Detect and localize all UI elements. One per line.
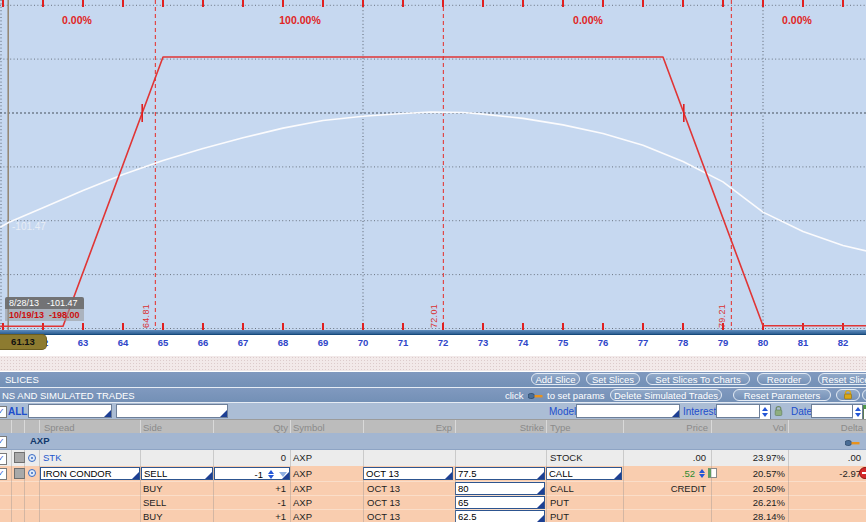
delete-simulated-trades-button[interactable]: Delete Simulated Trades bbox=[610, 389, 722, 401]
group-label: AXP bbox=[30, 435, 50, 446]
expander-icon[interactable] bbox=[28, 454, 36, 462]
x-tick-label: 63 bbox=[69, 337, 97, 348]
payoff-chart[interactable]: 0.00%100.00%0.00%0.00% 64.8172.0179.21 -… bbox=[0, 0, 866, 330]
col-exp[interactable]: Exp bbox=[400, 422, 452, 433]
col-spread[interactable]: Spread bbox=[44, 422, 75, 433]
probability-label: 100.00% bbox=[255, 14, 345, 26]
col-price[interactable]: Price bbox=[640, 422, 708, 433]
model-dropdown[interactable]: Bjerksund-Stensland bbox=[576, 404, 680, 418]
leg-strike-cell[interactable]: 62.5 bbox=[455, 510, 545, 522]
leg-vol: 26.21% bbox=[720, 497, 785, 508]
x-tick-label: 82 bbox=[829, 337, 857, 348]
date-input[interactable]: 8/28/13 bbox=[811, 404, 853, 418]
reset-parameters-button[interactable]: Reset Parameters bbox=[733, 389, 831, 401]
show-all-dropdown[interactable]: Show All bbox=[28, 404, 112, 418]
spread-cell[interactable]: IRON CONDOR bbox=[40, 467, 140, 480]
price-spinner[interactable] bbox=[697, 467, 706, 479]
slices-bar-title: SLICES bbox=[5, 374, 39, 385]
header-separator bbox=[24, 420, 25, 433]
group-set-params-icon[interactable] bbox=[845, 438, 861, 449]
table-row-leg[interactable]: BUY +1 AXP OCT 13 62.5 PUT 28.14% bbox=[0, 509, 866, 522]
expander-icon[interactable] bbox=[28, 469, 36, 477]
x-tick-label: 72 bbox=[429, 337, 457, 348]
pnl-axis-value: -101.47 bbox=[12, 221, 46, 232]
crosshair-tooltip: 8/28/13 -101.47 10/19/13 -198.00 bbox=[5, 297, 84, 321]
reset-slices-button[interactable]: Reset Slices bbox=[818, 373, 866, 385]
trades-bar-title: NS AND SIMULATED TRADES bbox=[2, 390, 135, 401]
interest-input[interactable]: 0.25% bbox=[716, 404, 760, 418]
slice-price-label: 64.81 bbox=[141, 284, 151, 328]
header-separator bbox=[290, 420, 291, 433]
symbol-mode-dropdown[interactable]: Single Symbol bbox=[116, 404, 228, 418]
set-slices-to-charts-button[interactable]: Set Slices To Charts bbox=[646, 373, 750, 385]
leg-type: PUT bbox=[550, 511, 569, 522]
strike-cell[interactable]: 77.5 bbox=[455, 467, 545, 480]
col-delta[interactable]: Delta bbox=[795, 422, 863, 433]
leg-strike-cell[interactable]: 65 bbox=[455, 496, 545, 509]
add-slice-button[interactable]: Add Slice bbox=[531, 373, 580, 385]
leg-qty: -1 bbox=[214, 497, 286, 508]
col-vol[interactable]: Vol bbox=[720, 422, 786, 433]
qty-cell[interactable]: -1 bbox=[214, 467, 290, 480]
leg-vol: 28.14% bbox=[720, 511, 785, 522]
side-cell[interactable]: SELL bbox=[141, 467, 213, 480]
qty-spinner[interactable] bbox=[266, 469, 275, 480]
leg-vol: 20.50% bbox=[720, 483, 785, 494]
x-tick-label: 69 bbox=[309, 337, 337, 348]
combo-delta: -2.97 bbox=[795, 468, 861, 479]
x-tick-label: 73 bbox=[469, 337, 497, 348]
probability-label: 0.00% bbox=[543, 14, 633, 26]
panel-splitter[interactable] bbox=[0, 356, 866, 371]
column-separator bbox=[455, 450, 456, 522]
leg-exp: OCT 13 bbox=[367, 483, 400, 494]
col-strike[interactable]: Strike bbox=[480, 422, 544, 433]
table-row-iron-condor[interactable]: ✓ IRON CONDOR SELL -1 AXP OCT 13 77.5 CA… bbox=[0, 466, 866, 481]
leg-symbol: AXP bbox=[293, 483, 312, 494]
type-cell[interactable]: CALL bbox=[546, 467, 622, 480]
header-separator bbox=[711, 420, 712, 433]
price-link-icon[interactable] bbox=[708, 468, 717, 478]
table-row-leg[interactable]: SELL -1 AXP OCT 13 65 PUT 26.21% bbox=[0, 495, 866, 509]
reorder-button[interactable]: Reorder bbox=[757, 373, 811, 385]
column-separator bbox=[140, 450, 141, 522]
x-tick-label: 76 bbox=[589, 337, 617, 348]
x-tick-label: 78 bbox=[669, 337, 697, 348]
tooltip-value-2: -198.00 bbox=[49, 310, 80, 320]
qty-dropdown-arrow[interactable] bbox=[279, 472, 287, 477]
interest-lock-icon[interactable] bbox=[774, 406, 783, 419]
combo-price[interactable]: .52 bbox=[660, 468, 695, 479]
group-checkbox[interactable]: ✓ bbox=[0, 436, 7, 448]
x-tick-label: 68 bbox=[269, 337, 297, 348]
lock-button[interactable] bbox=[836, 389, 860, 401]
row-checkbox[interactable]: ✓ bbox=[0, 468, 7, 480]
exp-cell[interactable]: OCT 13 bbox=[363, 467, 453, 480]
stock-symbol: AXP bbox=[293, 452, 312, 463]
set-slices-button[interactable]: Set Slices bbox=[586, 373, 640, 385]
group-row-axp[interactable]: ✓ AXP bbox=[0, 433, 866, 450]
stock-spread: STK bbox=[43, 452, 61, 463]
tooltip-expiry-line: 10/19/13 -198.00 bbox=[5, 309, 84, 321]
date-label: Date bbox=[791, 406, 812, 417]
interest-spinner[interactable] bbox=[760, 404, 771, 420]
leg-side: BUY bbox=[143, 511, 163, 522]
column-separator bbox=[623, 450, 624, 522]
col-symbol[interactable]: Symbol bbox=[293, 422, 325, 433]
table-row-stock[interactable]: ✓ STK 0 AXP STOCK .00 23.97% .00 bbox=[0, 450, 866, 466]
date-spinner[interactable] bbox=[853, 404, 863, 420]
remove-row-icon[interactable] bbox=[859, 467, 866, 479]
leg-price: CREDIT bbox=[640, 483, 706, 494]
column-separator bbox=[788, 450, 789, 522]
trades-bar: NS AND SIMULATED TRADES click to set par… bbox=[0, 388, 866, 403]
table-row-leg[interactable]: BUY +1 AXP OCT 13 80 CALL CREDIT 20.50% bbox=[0, 481, 866, 495]
leg-exp: OCT 13 bbox=[367, 511, 400, 522]
slice-price-label: 79.21 bbox=[717, 284, 727, 328]
col-qty[interactable]: Qty bbox=[214, 422, 288, 433]
row-checkbox[interactable]: ✓ bbox=[0, 453, 7, 465]
leg-strike-cell[interactable]: 80 bbox=[455, 482, 545, 495]
cut-off-button[interactable] bbox=[862, 389, 866, 401]
stock-vol: 23.97% bbox=[720, 452, 785, 463]
probability-label: 0.00% bbox=[752, 14, 842, 26]
all-checkbox[interactable]: ✓ bbox=[0, 406, 7, 418]
col-side[interactable]: Side bbox=[143, 422, 162, 433]
col-type[interactable]: Type bbox=[550, 422, 571, 433]
